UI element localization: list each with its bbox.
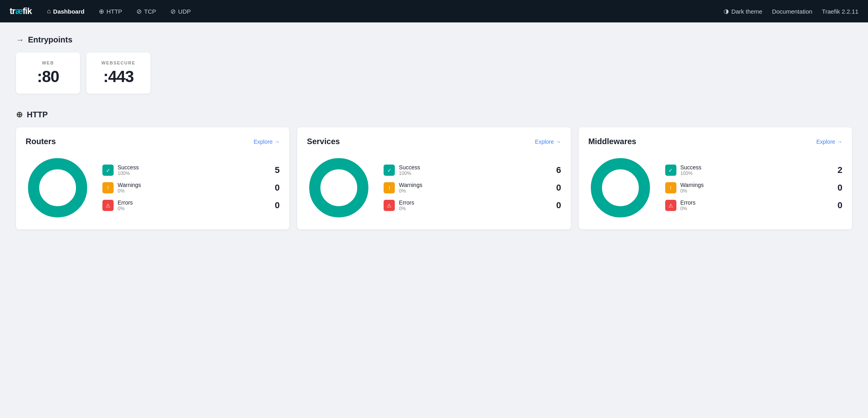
entrypoints-title: Entrypoints — [28, 35, 72, 44]
routers-legend: ✓ Success 100% 5 ! — [102, 164, 280, 211]
middlewares-explore-link[interactable]: Explore → — [816, 139, 842, 145]
http-icon: ⊕ — [16, 110, 23, 119]
error-badge: ⚠ — [102, 200, 114, 211]
udp-icon: ⊘ — [170, 8, 176, 15]
services-warnings-row: ! Warnings 0% 0 — [384, 182, 561, 194]
middlewares-errors-label-wrap: Errors 0% — [680, 199, 829, 211]
nav-udp[interactable]: ⊘ UDP — [165, 4, 196, 18]
svg-point-0 — [34, 164, 82, 212]
services-warnings-label-wrap: Warnings 0% — [399, 182, 547, 194]
middlewares-warning-badge: ! — [665, 182, 676, 193]
http-cards-row: Routers Explore → — [16, 127, 852, 229]
routers-explore-link[interactable]: Explore → — [254, 139, 280, 145]
services-errors-row: ⚠ Errors 0% 0 — [384, 199, 561, 211]
routers-success-count: 5 — [270, 165, 280, 175]
documentation-label: Documentation — [772, 8, 812, 15]
entrypoints-list: WEB :80 WEBSECURE :443 — [16, 52, 852, 94]
entrypoint-web: WEB :80 — [16, 52, 80, 94]
routers-donut-svg — [26, 156, 90, 220]
routers-warnings-row: ! Warnings 0% 0 — [102, 182, 280, 194]
routers-warnings-pct: 0% — [118, 188, 266, 194]
error-icon: ⚠ — [387, 203, 392, 209]
middlewares-error-badge: ⚠ — [665, 200, 676, 211]
services-card-body: ✓ Success 100% 6 ! — [307, 156, 561, 220]
svg-point-2 — [315, 164, 363, 212]
http-header: ⊕ HTTP — [16, 110, 852, 119]
services-donut-svg — [307, 156, 371, 220]
routers-card: Routers Explore → — [16, 127, 289, 229]
middlewares-donut — [588, 156, 652, 220]
routers-success-row: ✓ Success 100% 5 — [102, 164, 280, 176]
middlewares-errors-row: ⚠ Errors 0% 0 — [665, 199, 842, 211]
services-success-row: ✓ Success 100% 6 — [384, 164, 561, 176]
middlewares-success-count: 2 — [833, 165, 842, 175]
nav-http[interactable]: ⊕ HTTP — [93, 4, 128, 18]
services-explore-link[interactable]: Explore → — [535, 139, 561, 145]
navbar: træfik ⌂ Dashboard ⊕ HTTP ⊘ TCP ⊘ UDP ◑ … — [0, 0, 868, 22]
version-text: Traefik 2.2.11 — [822, 8, 858, 15]
main-content: → Entrypoints WEB :80 WEBSECURE :443 ⊕ H… — [0, 22, 868, 242]
nav-tcp[interactable]: ⊘ TCP — [131, 4, 162, 18]
services-warning-badge: ! — [384, 182, 395, 193]
check-icon: ✓ — [387, 167, 392, 173]
entrypoint-web-name: WEB — [29, 60, 67, 65]
services-success-label-wrap: Success 100% — [399, 164, 547, 176]
routers-title: Routers — [26, 137, 56, 146]
services-errors-label-wrap: Errors 0% — [399, 199, 547, 211]
warning-icon: ! — [107, 185, 109, 191]
services-explore-label: Explore → — [535, 139, 561, 145]
nav-http-label: HTTP — [106, 8, 122, 15]
services-success-pct: 100% — [399, 171, 547, 176]
middlewares-success-row: ✓ Success 100% 2 — [665, 164, 842, 176]
warning-icon: ! — [389, 185, 390, 191]
routers-errors-pct: 0% — [118, 206, 266, 211]
warning-icon: ! — [670, 185, 672, 191]
entrypoint-websecure-name: WEBSECURE — [99, 60, 138, 65]
routers-warnings-count: 0 — [270, 183, 280, 193]
routers-success-label-wrap: Success 100% — [118, 164, 266, 176]
middlewares-donut-svg — [588, 156, 652, 220]
routers-errors-label-wrap: Errors 0% — [118, 199, 266, 211]
theme-icon: ◑ — [724, 8, 729, 15]
middlewares-title: Middlewares — [588, 137, 636, 146]
middlewares-success-label-wrap: Success 100% — [680, 164, 829, 176]
version-label: Traefik 2.2.11 — [822, 8, 858, 15]
routers-errors-count: 0 — [270, 200, 280, 211]
http-title: HTTP — [27, 110, 48, 119]
routers-card-body: ✓ Success 100% 5 ! — [26, 156, 280, 220]
nav-tcp-label: TCP — [144, 8, 156, 15]
error-icon: ⚠ — [668, 203, 673, 209]
nav-dashboard[interactable]: ⌂ Dashboard — [41, 4, 90, 18]
middlewares-card: Middlewares Explore → ✓ — [579, 127, 852, 229]
services-error-badge: ⚠ — [384, 200, 395, 211]
routers-donut — [26, 156, 90, 220]
middlewares-warnings-pct: 0% — [680, 188, 829, 194]
routers-card-header: Routers Explore → — [26, 137, 280, 146]
middlewares-explore-label: Explore → — [816, 139, 842, 145]
services-card-header: Services Explore → — [307, 137, 561, 146]
services-title: Services — [307, 137, 340, 146]
dark-theme-toggle[interactable]: ◑ Dark theme — [724, 8, 762, 15]
middlewares-errors-count: 0 — [833, 200, 842, 211]
routers-warnings-label-wrap: Warnings 0% — [118, 182, 266, 194]
tcp-icon: ⊘ — [136, 8, 142, 15]
dark-theme-label: Dark theme — [731, 8, 762, 15]
nav-right: ◑ Dark theme Documentation Traefik 2.2.1… — [724, 8, 858, 15]
middlewares-legend: ✓ Success 100% 2 ! — [665, 164, 842, 211]
logo: træfik — [10, 6, 32, 16]
services-success-badge: ✓ — [384, 165, 395, 176]
warning-badge: ! — [102, 182, 114, 193]
routers-success-pct: 100% — [118, 171, 266, 176]
documentation-link[interactable]: Documentation — [772, 8, 812, 15]
middlewares-success-badge: ✓ — [665, 165, 676, 176]
http-section: ⊕ HTTP Routers Explore → — [16, 110, 852, 229]
svg-point-3 — [596, 164, 644, 212]
entrypoints-icon: → — [16, 35, 24, 44]
error-icon: ⚠ — [106, 203, 110, 209]
home-icon: ⌂ — [47, 8, 51, 15]
services-errors-pct: 0% — [399, 206, 547, 211]
services-warnings-pct: 0% — [399, 188, 547, 194]
services-legend: ✓ Success 100% 6 ! — [384, 164, 561, 211]
entrypoint-web-port: :80 — [29, 68, 67, 86]
routers-errors-row: ⚠ Errors 0% 0 — [102, 199, 280, 211]
